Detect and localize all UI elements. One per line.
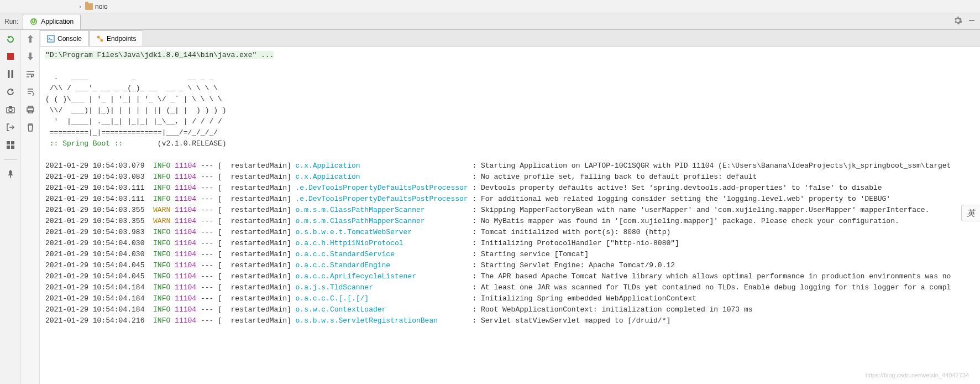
scroll-end-icon[interactable]: [25, 86, 36, 97]
svg-point-6: [9, 108, 12, 112]
svg-rect-10: [7, 146, 10, 149]
svg-rect-9: [11, 141, 14, 144]
svg-rect-1: [969, 20, 974, 21]
spring-boot-icon: [30, 18, 38, 25]
console-icon: [47, 35, 55, 43]
run-config-tab[interactable]: Application: [23, 14, 81, 29]
camera-icon[interactable]: [5, 104, 16, 115]
ime-badge[interactable]: 英: [961, 205, 980, 221]
svg-rect-3: [8, 70, 10, 78]
tab-endpoints[interactable]: Endpoints: [89, 30, 143, 46]
project-tree-row: › noio: [0, 0, 980, 13]
run-left-toolbar: [0, 30, 21, 384]
up-arrow-icon[interactable]: [25, 33, 36, 44]
svg-rect-15: [48, 35, 54, 42]
run-toolbar: Run: Application: [0, 13, 980, 30]
pin-icon[interactable]: [5, 169, 16, 180]
chevron-right-icon[interactable]: ›: [77, 3, 83, 11]
rerun-icon[interactable]: [5, 33, 16, 44]
svg-rect-13: [28, 106, 33, 108]
svg-rect-11: [11, 146, 14, 149]
svg-rect-14: [28, 111, 33, 113]
clear-icon[interactable]: [25, 122, 36, 133]
pause-icon[interactable]: [5, 69, 16, 80]
tab-console-label: Console: [57, 35, 82, 43]
layout-icon[interactable]: [5, 139, 16, 151]
svg-rect-4: [11, 70, 13, 78]
svg-point-17: [101, 39, 103, 41]
tab-endpoints-label: Endpoints: [107, 35, 136, 43]
console-output[interactable]: "D:\Program Files\Java\jdk1.8.0_144\bin\…: [40, 46, 980, 384]
endpoints-icon: [96, 35, 104, 43]
console-side-toolbar: [21, 30, 40, 384]
svg-point-16: [97, 35, 100, 38]
print-icon[interactable]: [25, 104, 36, 115]
minimize-icon[interactable]: [968, 17, 976, 26]
exit-icon[interactable]: [5, 122, 16, 133]
svg-rect-8: [7, 141, 10, 144]
svg-rect-2: [7, 53, 14, 60]
folder-icon: [85, 3, 93, 10]
folder-name[interactable]: noio: [95, 3, 108, 11]
svg-rect-7: [9, 106, 12, 108]
soft-wrap-icon[interactable]: [25, 69, 36, 80]
run-config-name: Application: [41, 18, 74, 25]
stop-icon[interactable]: [5, 51, 16, 62]
output-tabs: Console Endpoints: [40, 30, 980, 46]
tab-console[interactable]: Console: [40, 30, 89, 46]
down-arrow-icon[interactable]: [25, 51, 36, 62]
restart-icon[interactable]: [5, 86, 16, 97]
gear-icon[interactable]: [953, 16, 962, 27]
run-label: Run:: [0, 18, 23, 25]
